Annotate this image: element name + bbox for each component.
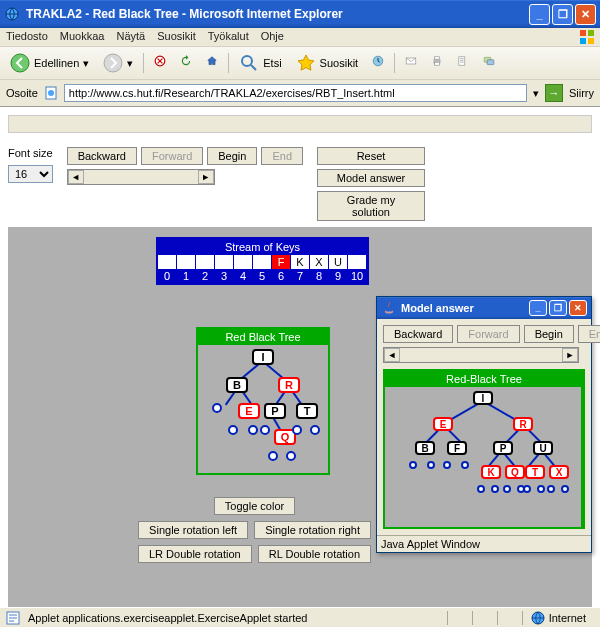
go-label: Siirry xyxy=(569,87,594,99)
discuss-icon[interactable] xyxy=(479,53,499,73)
model-begin-button[interactable]: Begin xyxy=(524,325,574,343)
model-answer-window: Model answer _ ❐ ✕ Backward Forward Begi… xyxy=(376,296,592,553)
scroll-right-icon[interactable]: ► xyxy=(198,170,214,184)
model-scrollbar[interactable]: ◄ ► xyxy=(383,347,579,363)
svg-rect-1 xyxy=(580,30,586,36)
minimize-button[interactable]: _ xyxy=(529,4,550,25)
menu-file[interactable]: Tiedosto xyxy=(6,30,48,44)
stream-cell[interactable]: 5 xyxy=(253,255,272,283)
svg-rect-2 xyxy=(588,30,594,36)
stop-icon[interactable] xyxy=(150,53,170,73)
tree-action-buttons: Toggle color Single rotation left Single… xyxy=(138,497,371,563)
stream-cell[interactable]: F6 xyxy=(272,255,291,283)
font-size-select[interactable]: 16 xyxy=(8,165,53,183)
svg-point-8 xyxy=(242,56,252,66)
address-dropdown-icon[interactable]: ▾ xyxy=(533,87,539,100)
nav-toolbar: Edellinen ▾ ▾ Etsi Suosikit xyxy=(0,47,600,80)
reset-button[interactable]: Reset xyxy=(317,147,425,165)
page-icon xyxy=(44,86,58,100)
favorites-button[interactable]: Suosikit xyxy=(292,51,363,75)
maximize-button[interactable]: ❐ xyxy=(552,4,573,25)
back-arrow-icon xyxy=(10,53,30,73)
forward-step-button[interactable]: Forward xyxy=(141,147,203,165)
svg-rect-3 xyxy=(580,38,586,44)
chevron-down-icon: ▾ xyxy=(83,57,89,70)
model-backward-button[interactable]: Backward xyxy=(383,325,453,343)
scroll-left-icon[interactable]: ◄ xyxy=(68,170,84,184)
model-tree-title: Red-Black Tree xyxy=(385,371,583,387)
step-scrollbar[interactable]: ◄ ► xyxy=(67,169,215,185)
search-icon xyxy=(239,53,259,73)
stream-title: Stream of Keys xyxy=(158,239,367,255)
model-close-button[interactable]: ✕ xyxy=(569,300,587,316)
model-max-button[interactable]: ❐ xyxy=(549,300,567,316)
scroll-right-icon[interactable]: ► xyxy=(562,348,578,362)
model-forward-button[interactable]: Forward xyxy=(457,325,519,343)
refresh-icon[interactable] xyxy=(176,53,196,73)
model-answer-button[interactable]: Model answer xyxy=(317,169,425,187)
globe-icon xyxy=(531,611,545,625)
end-button[interactable]: End xyxy=(261,147,303,165)
scroll-track[interactable] xyxy=(84,170,198,184)
edit-icon[interactable] xyxy=(453,53,473,73)
history-icon[interactable] xyxy=(368,53,388,73)
lr-double-rotation-button[interactable]: LR Double rotation xyxy=(138,545,252,563)
model-min-button[interactable]: _ xyxy=(529,300,547,316)
print-icon[interactable] xyxy=(427,53,447,73)
tree-panel: Red Black Tree I B R E P T Q xyxy=(196,327,330,475)
stream-cell[interactable]: K7 xyxy=(291,255,310,283)
svg-rect-12 xyxy=(435,57,440,59)
applet-icon xyxy=(6,611,20,625)
scroll-left-icon[interactable]: ◄ xyxy=(384,348,400,362)
address-label: Osoite xyxy=(6,87,38,99)
menu-bar: Tiedosto Muokkaa Näytä Suosikit Työkalut… xyxy=(0,28,600,47)
address-bar: Osoite ▾ → Siirry xyxy=(0,80,600,107)
toggle-color-button[interactable]: Toggle color xyxy=(214,497,295,515)
svg-point-6 xyxy=(104,54,122,72)
banner-placeholder xyxy=(8,115,592,133)
forward-button[interactable]: ▾ xyxy=(99,51,137,75)
model-end-button[interactable]: End xyxy=(578,325,600,343)
svg-rect-14 xyxy=(459,57,465,65)
menu-help[interactable]: Ohje xyxy=(261,30,284,44)
search-button[interactable]: Etsi xyxy=(235,51,285,75)
menu-view[interactable]: Näytä xyxy=(116,30,145,44)
stream-cell[interactable]: 1 xyxy=(177,255,196,283)
single-rotation-left-button[interactable]: Single rotation left xyxy=(138,521,248,539)
backward-button[interactable]: Backward xyxy=(67,147,137,165)
home-icon[interactable] xyxy=(202,53,222,73)
stream-cell[interactable]: 2 xyxy=(196,255,215,283)
menu-favorites[interactable]: Suosikit xyxy=(157,30,196,44)
stream-cell[interactable]: 10 xyxy=(348,255,367,283)
go-button[interactable]: → xyxy=(545,84,563,102)
stream-cell[interactable]: 0 xyxy=(158,255,177,283)
windows-flag-icon xyxy=(580,30,594,44)
tree-canvas[interactable]: I B R E P T Q xyxy=(198,345,328,473)
status-text: Applet applications.exerciseapplet.Exerc… xyxy=(28,612,439,624)
svg-point-5 xyxy=(11,54,29,72)
tree-title: Red Black Tree xyxy=(198,329,328,345)
mail-icon[interactable] xyxy=(401,53,421,73)
grade-button[interactable]: Grade my solution xyxy=(317,191,425,221)
menu-edit[interactable]: Muokkaa xyxy=(60,30,105,44)
single-rotation-right-button[interactable]: Single rotation right xyxy=(254,521,371,539)
stream-cell[interactable]: 3 xyxy=(215,255,234,283)
stream-cell[interactable]: U9 xyxy=(329,255,348,283)
close-button[interactable]: ✕ xyxy=(575,4,596,25)
star-icon xyxy=(296,53,316,73)
address-input[interactable] xyxy=(64,84,527,102)
model-tree-canvas[interactable]: I E R B F P U K Q T X xyxy=(385,387,581,527)
back-button[interactable]: Edellinen ▾ xyxy=(6,51,93,75)
menu-tools[interactable]: Työkalut xyxy=(208,30,249,44)
status-bar: Applet applications.exerciseapplet.Exerc… xyxy=(0,607,600,627)
window-title: TRAKLA2 - Red Black Tree - Microsoft Int… xyxy=(26,7,529,21)
stream-cell[interactable]: 4 xyxy=(234,255,253,283)
model-title: Model answer xyxy=(401,302,529,314)
java-icon xyxy=(381,300,397,316)
svg-rect-4 xyxy=(588,38,594,44)
begin-button[interactable]: Begin xyxy=(207,147,257,165)
stream-cell[interactable]: X8 xyxy=(310,255,329,283)
forward-arrow-icon xyxy=(103,53,123,73)
rl-double-rotation-button[interactable]: RL Double rotation xyxy=(258,545,371,563)
model-titlebar[interactable]: Model answer _ ❐ ✕ xyxy=(377,297,591,319)
